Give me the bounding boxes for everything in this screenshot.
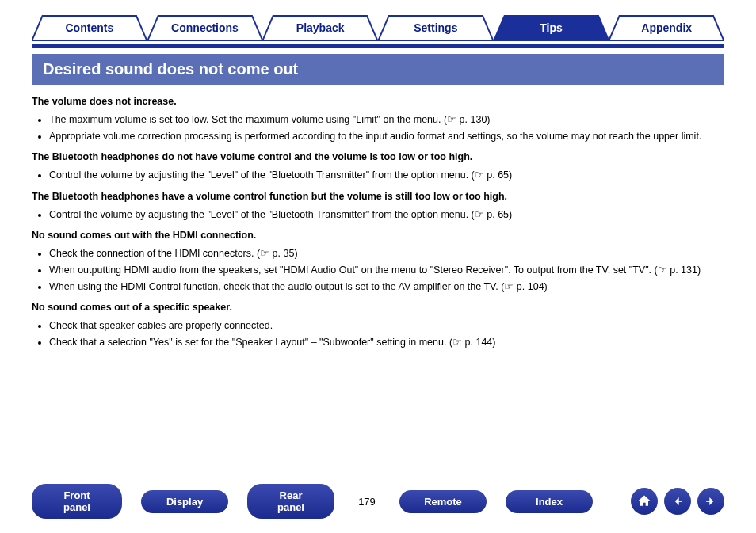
tab-connections[interactable]: Connections <box>147 14 263 41</box>
tab-underline <box>32 44 724 48</box>
page-title: Desired sound does not come out <box>32 54 724 85</box>
list-item: Check the connection of the HDMI connect… <box>49 246 724 261</box>
list-item: Check that speaker cables are properly c… <box>49 318 724 333</box>
section-heading: The Bluetooth headphones have a volume c… <box>32 189 724 204</box>
list-item: Control the volume by adjusting the "Lev… <box>49 168 724 183</box>
section-heading: The volume does not increase. <box>32 94 724 109</box>
tab-tips[interactable]: Tips <box>494 14 609 41</box>
home-icon[interactable] <box>631 488 658 515</box>
list-item: Check that a selection "Yes" is set for … <box>49 335 724 350</box>
tab-label: Settings <box>414 21 457 34</box>
svg-rect-7 <box>706 501 710 502</box>
section-list: The maximum volume is set too low. Set t… <box>32 112 724 144</box>
front-panel-button[interactable]: Front panel <box>32 484 122 519</box>
tab-label: Appendix <box>641 21 692 34</box>
section-heading: No sound comes out of a specific speaker… <box>32 300 724 315</box>
tab-playback[interactable]: Playback <box>262 14 378 41</box>
list-item: When using the HDMI Control function, ch… <box>49 280 724 295</box>
tab-label: Playback <box>296 21 345 34</box>
arrow-right-icon[interactable] <box>697 488 724 515</box>
section-list: Control the volume by adjusting the "Lev… <box>32 207 724 223</box>
page-number: 179 <box>353 496 380 508</box>
arrow-left-icon[interactable] <box>664 488 691 515</box>
display-button[interactable]: Display <box>141 490 228 513</box>
index-button[interactable]: Index <box>506 490 593 513</box>
rear-panel-button[interactable]: Rear panel <box>247 484 334 519</box>
list-item: Appropriate volume correction processing… <box>49 129 724 144</box>
list-item: Control the volume by adjusting the "Lev… <box>49 207 724 223</box>
tab-label: Connections <box>171 21 239 34</box>
nav-icons <box>631 488 724 515</box>
section-list: Check that speaker cables are properly c… <box>32 318 724 350</box>
tab-settings[interactable]: Settings <box>378 14 494 41</box>
section-heading: The Bluetooth headphones do not have vol… <box>32 150 724 165</box>
tab-label: Tips <box>540 21 563 34</box>
remote-button[interactable]: Remote <box>399 490 487 513</box>
section-list: Check the connection of the HDMI connect… <box>32 246 724 294</box>
tab-appendix[interactable]: Appendix <box>609 14 724 41</box>
content-body: The volume does not increase. The maximu… <box>32 94 724 350</box>
section-list: Control the volume by adjusting the "Lev… <box>32 168 724 183</box>
tab-contents[interactable]: Contents <box>32 14 147 41</box>
bottom-bar: Front panel Display Rear panel 179 Remot… <box>0 484 756 519</box>
tab-label: Contents <box>66 21 114 34</box>
section-heading: No sound comes out with the HDMI connect… <box>32 228 724 243</box>
svg-rect-6 <box>678 501 682 502</box>
top-tabs: Contents Connections Playback Settings T… <box>32 14 724 41</box>
list-item: When outputting HDMI audio from the spea… <box>49 263 724 278</box>
list-item: The maximum volume is set too low. Set t… <box>49 112 724 128</box>
